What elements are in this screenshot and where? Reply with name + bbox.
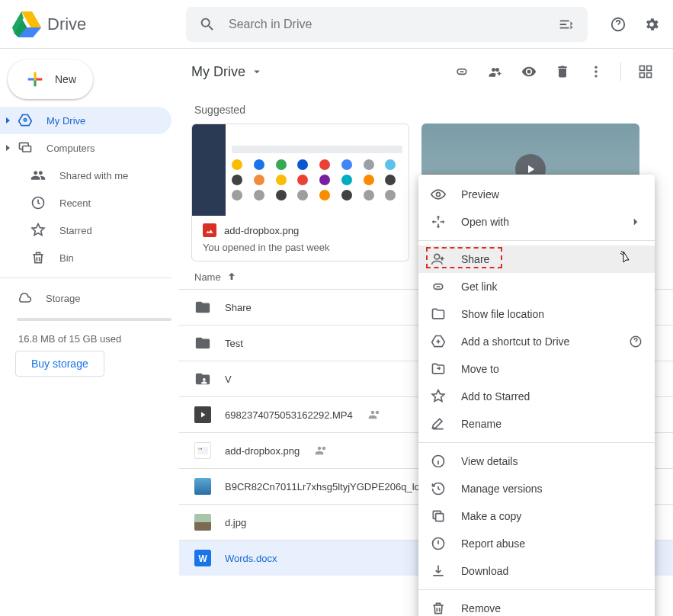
chevron-right-icon xyxy=(629,215,643,229)
svg-rect-19 xyxy=(198,448,200,450)
sidebar-item-computers[interactable]: Computers xyxy=(0,134,171,162)
ctx-item-report-abuse[interactable]: Report abuse xyxy=(418,530,655,557)
drive-icon xyxy=(18,113,33,128)
file-name: V xyxy=(225,374,232,385)
sort-asc-icon xyxy=(226,271,238,283)
svg-rect-14 xyxy=(640,73,645,78)
ctx-item-add-to-starred[interactable]: Add to Starred xyxy=(418,383,655,410)
svg-rect-18 xyxy=(197,447,208,454)
ctx-item-get-link[interactable]: Get link xyxy=(418,273,655,300)
search-box[interactable] xyxy=(186,7,588,42)
svg-rect-16 xyxy=(203,223,216,237)
file-name: B9CR82Cn7011Lr7xhsg5ltyjYGDPE206q_lo xyxy=(225,481,420,492)
ctx-item-open-with[interactable]: Open with xyxy=(418,208,655,236)
ctx-item-make-a-copy[interactable]: Make a copy xyxy=(418,502,655,530)
menu-separator xyxy=(418,589,655,590)
chevron-down-icon xyxy=(250,65,264,79)
sidebar-item-recent[interactable]: Recent xyxy=(0,189,171,217)
suggested-label: Suggested xyxy=(179,95,673,124)
ctx-item-manage-versions[interactable]: Manage versions xyxy=(418,475,655,502)
sidebar-item-bin[interactable]: Bin xyxy=(0,244,171,271)
shared-icon xyxy=(368,408,382,422)
sidebar-item-label: My Drive xyxy=(46,115,85,127)
star-icon xyxy=(431,389,446,404)
buy-storage-button[interactable]: Buy storage xyxy=(15,351,104,377)
file-name: Words.docx xyxy=(225,553,277,564)
file-type-icon xyxy=(194,478,211,495)
menu-separator xyxy=(418,442,655,443)
ctx-item-label: Move to xyxy=(461,363,499,375)
new-button-label: New xyxy=(55,73,76,85)
ctx-item-label: Get link xyxy=(461,281,497,293)
ctx-item-label: Remove xyxy=(461,602,501,614)
file-name: d.jpg xyxy=(225,517,246,528)
more-icon[interactable] xyxy=(581,56,611,87)
new-button[interactable]: New xyxy=(8,59,93,99)
breadcrumb-label: My Drive xyxy=(191,64,245,80)
expand-triangle-icon xyxy=(6,145,10,151)
sidebar-item-label: Shared with me xyxy=(59,170,128,181)
ctx-item-view-details[interactable]: View details xyxy=(418,448,655,475)
ctx-item-show-file-location[interactable]: Show file location xyxy=(418,300,655,328)
suggested-card[interactable]: add-dropbox.png You opened in the past w… xyxy=(191,124,409,261)
svg-rect-13 xyxy=(647,66,652,71)
sidebar-item-label: Computers xyxy=(46,143,95,154)
ctx-item-label: Open with xyxy=(461,216,509,228)
storage-bar xyxy=(17,318,171,321)
expand-triangle-icon xyxy=(6,117,10,124)
info-icon xyxy=(431,454,446,469)
svg-rect-12 xyxy=(640,66,645,71)
file-type-icon xyxy=(194,406,211,423)
filter-icon[interactable] xyxy=(551,9,582,40)
computers-icon xyxy=(18,140,33,156)
ctx-item-rename[interactable]: Rename xyxy=(418,410,655,438)
file-type-icon xyxy=(194,299,211,316)
download-icon xyxy=(431,563,446,579)
share-icon[interactable] xyxy=(480,56,511,87)
preview-icon[interactable] xyxy=(514,56,544,87)
sidebar-item-my-drive[interactable]: My Drive xyxy=(0,107,171,134)
ctx-item-label: Download xyxy=(461,565,508,577)
ctx-item-share[interactable]: Share xyxy=(418,245,655,273)
report-icon xyxy=(431,536,446,551)
ctx-item-download[interactable]: Download xyxy=(418,557,655,585)
ctx-item-add-a-shortcut-to-drive[interactable]: Add a shortcut to Drive xyxy=(418,328,655,355)
folder-icon xyxy=(431,306,446,322)
suggested-title: add-dropbox.png xyxy=(224,225,299,236)
suggested-thumbnail xyxy=(192,124,409,216)
sidebar-item-shared-with-me[interactable]: Shared with me xyxy=(0,162,171,189)
get-link-icon[interactable] xyxy=(447,56,477,87)
ctx-item-label: Share xyxy=(461,253,489,265)
file-type-icon xyxy=(194,335,211,351)
list-header-name: Name xyxy=(194,271,221,283)
copy-icon xyxy=(431,509,446,524)
ctx-item-label: Preview xyxy=(461,188,499,201)
search-input[interactable] xyxy=(223,18,551,31)
ctx-item-preview[interactable]: Preview xyxy=(418,181,655,208)
sidebar-item-storage[interactable]: Storage xyxy=(0,284,171,312)
search-icon[interactable] xyxy=(192,9,223,40)
sidebar-item-label: Bin xyxy=(59,252,74,264)
svg-point-11 xyxy=(594,75,597,77)
suggested-subtitle: You opened in the past week xyxy=(203,242,398,253)
plus-icon xyxy=(24,69,46,90)
sidebar-item-starred[interactable]: Starred xyxy=(0,217,171,244)
move-icon xyxy=(431,361,446,377)
divider xyxy=(0,278,171,278)
svg-point-17 xyxy=(203,378,206,381)
shortcut-drive-icon xyxy=(431,334,446,349)
svg-point-10 xyxy=(594,70,597,72)
ctx-item-move-to[interactable]: Move to xyxy=(418,355,655,383)
ctx-item-remove[interactable]: Remove xyxy=(418,595,655,616)
file-type-icon: W xyxy=(194,550,211,566)
settings-icon[interactable] xyxy=(636,9,667,40)
view-grid-icon[interactable] xyxy=(630,56,661,87)
file-name: Test xyxy=(225,338,243,349)
storage-label: Storage xyxy=(46,293,81,304)
breadcrumb[interactable]: My Drive xyxy=(191,64,264,80)
delete-icon[interactable] xyxy=(547,56,578,87)
help-icon[interactable] xyxy=(603,9,633,40)
svg-point-5 xyxy=(24,119,26,121)
trash-icon xyxy=(30,250,46,265)
cursor-icon xyxy=(620,250,633,267)
